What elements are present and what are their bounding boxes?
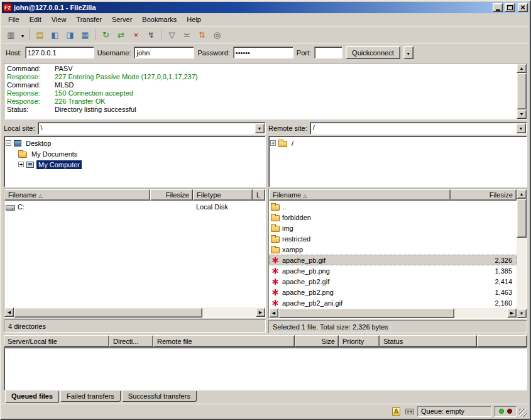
- menu-bookmarks[interactable]: Bookmarks: [137, 13, 182, 26]
- directory-comparison-icon[interactable]: ≍: [180, 28, 194, 41]
- collapse-toggle-icon[interactable]: [6, 140, 11, 146]
- tree-item-desktop[interactable]: Desktop: [6, 138, 264, 148]
- tree-item-my-computer[interactable]: My Computer: [6, 159, 264, 170]
- password-input[interactable]: [233, 47, 293, 58]
- quickconnect-button[interactable]: Quickconnect: [346, 46, 400, 59]
- remote-horizontal-scrollbar[interactable]: [269, 308, 517, 318]
- scroll-up-icon[interactable]: [517, 189, 527, 199]
- host-label: Host:: [6, 49, 22, 57]
- transfer-type-icon: A: [392, 407, 400, 416]
- column-header-filename[interactable]: Filename: [269, 189, 451, 201]
- column-header-server-local-file[interactable]: Server/Local file: [4, 335, 109, 347]
- disconnect-icon[interactable]: ↯: [144, 28, 158, 41]
- expand-toggle-icon[interactable]: [18, 162, 24, 167]
- column-header-lastmodified[interactable]: L: [253, 189, 265, 201]
- remote-site-combobox[interactable]: /: [310, 122, 527, 135]
- menu-help[interactable]: Help: [182, 13, 206, 26]
- expand-toggle-icon[interactable]: [270, 140, 276, 146]
- tab-failed-transfers[interactable]: Failed transfers: [60, 391, 121, 402]
- tree-item-root[interactable]: /: [270, 138, 525, 148]
- host-input[interactable]: [25, 47, 94, 58]
- column-header-direction[interactable]: Directi...: [109, 335, 153, 347]
- file-row[interactable]: apache_pb.png1,385: [269, 265, 517, 276]
- column-header-status[interactable]: Status: [380, 335, 477, 347]
- find-files-icon[interactable]: ◎: [210, 28, 224, 41]
- menu-server[interactable]: Server: [107, 13, 137, 26]
- apache-feather-file-icon: [271, 289, 279, 296]
- scrollbar-thumb[interactable]: [278, 308, 454, 318]
- scrollbar-thumb[interactable]: [14, 307, 202, 318]
- file-row[interactable]: img: [269, 223, 517, 233]
- maximize-button[interactable]: [505, 3, 515, 12]
- status-bar: A Queue: empty: [2, 404, 529, 418]
- scrollbar-thumb[interactable]: [517, 73, 527, 109]
- file-row[interactable]: apache_pb2.png1,463: [269, 287, 517, 297]
- resize-grip[interactable]: [519, 409, 527, 417]
- scroll-down-icon[interactable]: [517, 109, 527, 119]
- process-queue-icon[interactable]: ⇄: [114, 28, 128, 41]
- column-header-priority[interactable]: Priority: [339, 335, 380, 347]
- cancel-icon[interactable]: ×: [129, 28, 143, 41]
- tab-queued-files[interactable]: Queued files: [5, 391, 59, 403]
- file-row-selected[interactable]: apache_pb.gif2,326: [269, 255, 517, 265]
- transfer-queue-icon[interactable]: ▦: [78, 28, 92, 41]
- file-row-c-drive[interactable]: C: Local Disk: [4, 201, 265, 212]
- file-row[interactable]: restricted: [269, 233, 517, 244]
- local-treeview-icon[interactable]: ◧: [48, 28, 62, 41]
- menu-transfer[interactable]: Transfer: [71, 13, 107, 26]
- site-manager-icon[interactable]: ▥: [4, 28, 18, 41]
- refresh-icon[interactable]: ↻: [99, 28, 113, 41]
- queue-body[interactable]: [4, 347, 527, 390]
- close-button[interactable]: [518, 3, 528, 12]
- desktop-icon: [14, 140, 21, 146]
- queue-status-panel: Queue: empty: [417, 406, 491, 417]
- column-header-filename[interactable]: Filename: [4, 189, 150, 201]
- column-header-size[interactable]: Size: [295, 335, 339, 347]
- column-header-filesize[interactable]: Filesize: [150, 189, 193, 201]
- remote-status-line: Selected 1 file. Total size: 2,326 bytes: [268, 320, 527, 333]
- main-split: Local site: \ Desktop My Documents: [2, 121, 529, 333]
- tab-successful-transfers[interactable]: Successful transfers: [122, 391, 197, 402]
- file-row[interactable]: xampp: [269, 244, 517, 255]
- chevron-down-icon[interactable]: [516, 123, 526, 133]
- scroll-left-icon[interactable]: [269, 308, 278, 318]
- username-input[interactable]: [134, 47, 194, 58]
- scrollbar-thumb[interactable]: [517, 199, 527, 238]
- menu-edit[interactable]: Edit: [25, 13, 47, 26]
- file-row[interactable]: apache_pb2_ani.gif2,160: [269, 297, 517, 308]
- synchronized-browsing-icon[interactable]: ⇅: [195, 28, 209, 41]
- local-horizontal-scrollbar[interactable]: [4, 307, 265, 318]
- scroll-right-icon[interactable]: [507, 308, 517, 318]
- message-log-icon[interactable]: ▤: [33, 28, 47, 41]
- file-row[interactable]: forbidden: [269, 212, 517, 223]
- local-site-combobox[interactable]: \: [38, 122, 266, 135]
- site-manager-dropdown-icon[interactable]: [19, 28, 26, 41]
- scroll-down-icon[interactable]: [517, 309, 527, 318]
- minimize-icon: [496, 9, 500, 11]
- log-line: Response:150 Connection accepted: [7, 89, 514, 97]
- minimize-button[interactable]: [493, 3, 503, 12]
- sort-ascending-icon: [303, 191, 307, 199]
- folder-icon: [271, 226, 280, 232]
- title-bar: Fz john@127.0.0.1 - FileZilla: [2, 2, 529, 13]
- remote-directory-tree: /: [268, 136, 527, 187]
- file-row[interactable]: ..: [269, 201, 517, 212]
- remote-treeview-icon[interactable]: ◨: [63, 28, 77, 41]
- menu-file[interactable]: File: [3, 13, 25, 26]
- filter-icon[interactable]: ▽: [165, 28, 179, 41]
- column-header-filesize[interactable]: Filesize: [451, 189, 517, 201]
- tree-item-my-documents[interactable]: My Documents: [6, 148, 264, 159]
- log-vertical-scrollbar[interactable]: [517, 64, 527, 119]
- scroll-up-icon[interactable]: [517, 64, 527, 73]
- scroll-left-icon[interactable]: [4, 307, 14, 317]
- file-row[interactable]: apache_pb2.gif2,414: [269, 276, 517, 287]
- chevron-down-icon[interactable]: [255, 123, 265, 133]
- remote-vertical-scrollbar[interactable]: [517, 189, 527, 318]
- column-header-filetype[interactable]: Filetype: [193, 189, 253, 201]
- port-input[interactable]: [314, 47, 342, 58]
- quickconnect-dropdown-button[interactable]: [403, 46, 413, 59]
- maximize-icon: [507, 5, 513, 10]
- menu-view[interactable]: View: [47, 13, 72, 26]
- column-header-remote-file[interactable]: Remote file: [153, 335, 295, 347]
- scroll-right-icon[interactable]: [256, 307, 265, 317]
